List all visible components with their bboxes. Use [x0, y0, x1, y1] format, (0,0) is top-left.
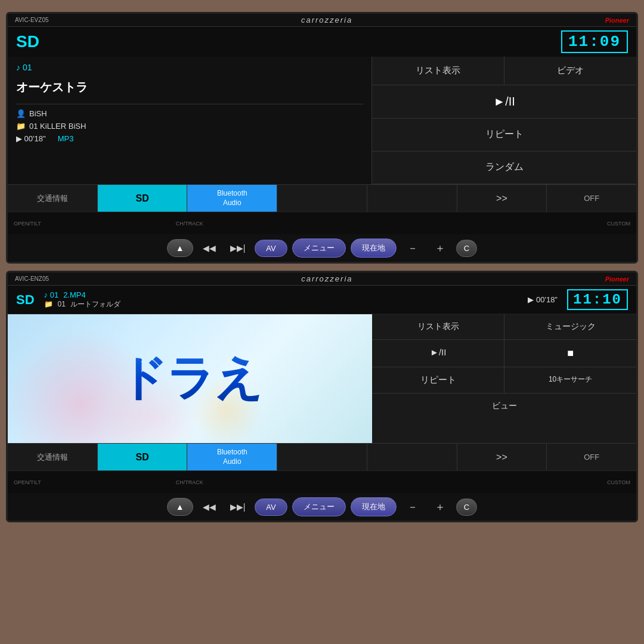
unit2-content: ドラえ リスト表示 ミュージック ►/II ■ リピート 10キーサーチ — [8, 314, 636, 443]
ctrl2-view-row: ビュー — [372, 394, 636, 419]
video-panel-2: ドラえ — [8, 314, 372, 443]
video-btn-1[interactable]: ビデオ — [504, 57, 636, 85]
bottom-buttons-2: ▲ ◀◀ ▶▶| AV メニュー 現在地 － ＋ C — [8, 493, 636, 521]
ctrl2-top-row: リスト表示 ミュージック — [372, 314, 636, 340]
nav-off-1[interactable]: OFF — [547, 185, 636, 212]
nav-sd-2[interactable]: SD — [98, 444, 188, 470]
song-name-1: オーケストラ — [16, 76, 363, 99]
sd-label-1: SD — [16, 32, 39, 51]
menu-btn-1[interactable]: メニュー — [292, 239, 346, 258]
nav-bluetooth-1[interactable]: BluetoothAudio — [187, 185, 277, 212]
time-format-row-1: ▶ 00'18" MP3 — [16, 134, 363, 143]
car-unit-2: AVIC-ENZ05 carrozzeria Pioneer SD ♪ 01 2… — [6, 271, 638, 522]
ch-track-label-2: CH/TRACK — [176, 479, 203, 485]
track-number-1: ♪ 01 — [16, 63, 363, 72]
list-view-btn-1[interactable]: リスト表示 — [372, 57, 504, 85]
nav-bar-1: 交通情報 SD BluetoothAudio >> OFF — [8, 184, 636, 212]
custom-label-2: CUSTOM — [607, 479, 630, 485]
menu-btn-2[interactable]: メニュー — [292, 497, 346, 516]
bottom-buttons-1: ▲ ◀◀ ▶▶| AV メニュー 現在地 － ＋ C — [8, 234, 636, 262]
top-bar-2: AVIC-ENZ05 carrozzeria Pioneer — [8, 273, 636, 286]
car-unit-1: AVIC-EVZ05 carrozzeria Pioneer SD 11:09 … — [6, 12, 638, 264]
eject-btn-2[interactable]: ▲ — [167, 498, 193, 516]
av-btn-2[interactable]: AV — [255, 499, 287, 516]
nav-traffic-1[interactable]: 交通情報 — [8, 185, 98, 212]
folder-icon-2: 📁 — [44, 300, 53, 308]
random-btn-1[interactable]: ランダム — [372, 151, 636, 184]
nav-forward-1[interactable]: >> — [457, 185, 547, 212]
model-id-1: AVIC-EVZ05 — [15, 17, 49, 23]
time-display-1: 11:09 — [561, 30, 628, 53]
key-search-btn-2[interactable]: 10キーサーチ — [504, 367, 636, 393]
sd-label-2: SD — [16, 292, 35, 308]
eject-btn-1[interactable]: ▲ — [167, 239, 193, 257]
next-btn-2[interactable]: ▶▶| — [225, 500, 250, 514]
location-btn-2[interactable]: 現在地 — [351, 497, 397, 516]
repeat-btn-1[interactable]: リピート — [372, 119, 636, 151]
u2-folder-name: ルートフォルダ — [70, 299, 120, 309]
physical-bar-1: OPEN/TILT CH/TRACK CUSTOM — [8, 212, 636, 234]
ctrl2-repeat-row: リピート 10キーサーチ — [372, 367, 636, 394]
model-id-2: AVIC-ENZ05 — [15, 275, 49, 282]
folder-icon: 📁 — [16, 122, 26, 131]
nav-forward-2[interactable]: >> — [457, 444, 547, 470]
physical-bar-2: OPEN/TILT CH/TRACK CUSTOM — [8, 470, 636, 493]
u2-track-number: ♪ 01 — [44, 290, 59, 299]
minus-btn-1[interactable]: － — [401, 239, 424, 258]
c-btn-1[interactable]: C — [456, 240, 477, 257]
stop-btn-2[interactable]: ■ — [504, 340, 636, 367]
custom-label-1: CUSTOM — [607, 221, 630, 227]
play-pause-btn-1[interactable]: ►/II — [372, 85, 636, 119]
nav-bluetooth-2[interactable]: BluetoothAudio — [187, 444, 277, 470]
u2-folder-number: 01 — [58, 300, 66, 308]
brand-1: carrozzeria — [301, 16, 352, 24]
main-wrapper: AVIC-EVZ05 carrozzeria Pioneer SD 11:09 … — [0, 0, 644, 644]
doraemon-text: ドラえ — [119, 346, 262, 411]
list-view-btn-2[interactable]: リスト表示 — [372, 314, 504, 339]
music-info-panel: ♪ 01 オーケストラ 👤 BiSH 📁 01 KiLLER BiSH ▶ 00… — [8, 57, 372, 184]
plus-btn-1[interactable]: ＋ — [429, 239, 451, 258]
nav-bar-2: 交通情報 SD BluetoothAudio >> OFF — [8, 443, 636, 470]
u2-time-played: ▶ 00'18" — [528, 295, 558, 304]
ctrl-top-row-1: リスト表示 ビデオ — [372, 57, 636, 85]
nav-empty-2b — [367, 444, 457, 470]
prev-btn-1[interactable]: ◀◀ — [198, 241, 221, 255]
screen-header-1: SD 11:09 — [8, 27, 636, 57]
unit2-header: SD ♪ 01 2.MP4 📁 01 ルートフォルダ ▶ 00'18" 11:1… — [8, 286, 636, 314]
nav-off-2[interactable]: OFF — [547, 444, 636, 470]
controls2-panel: リスト表示 ミュージック ►/II ■ リピート 10キーサーチ ビュー — [372, 314, 636, 443]
screen-content-1: ♪ 01 オーケストラ 👤 BiSH 📁 01 KiLLER BiSH ▶ 00… — [8, 57, 636, 184]
ctrl2-play-row: ►/II ■ — [372, 340, 636, 367]
c-btn-2[interactable]: C — [456, 499, 477, 516]
music-btn-2[interactable]: ミュージック — [504, 314, 636, 339]
album-info-1: 📁 01 KiLLER BiSH — [16, 122, 363, 131]
open-tilt-label-2: OPEN/TILT — [14, 479, 41, 485]
u2-track-name: 2.MP4 — [63, 290, 86, 299]
prev-btn-2[interactable]: ◀◀ — [198, 500, 221, 514]
av-btn-1[interactable]: AV — [255, 240, 287, 257]
pioneer-1: Pioneer — [605, 17, 629, 24]
time-played-1: ▶ 00'18" — [16, 134, 46, 143]
plus-btn-2[interactable]: ＋ — [429, 497, 451, 516]
u2-track-info: ♪ 01 2.MP4 📁 01 ルートフォルダ — [44, 290, 519, 309]
controls-panel-1: リスト表示 ビデオ ►/II リピート ランダム — [372, 57, 636, 184]
next-btn-1[interactable]: ▶▶| — [225, 241, 250, 255]
minus-btn-2[interactable]: － — [401, 497, 424, 516]
pioneer-2: Pioneer — [605, 275, 629, 283]
nav-empty-2a — [277, 444, 367, 470]
artist-info-1: 👤 BiSH — [16, 109, 363, 118]
nav-empty-1a — [277, 185, 367, 212]
view-btn-2[interactable]: ビュー — [372, 394, 636, 419]
divider-1 — [16, 104, 363, 104]
nav-sd-1[interactable]: SD — [98, 185, 188, 212]
u2-track-line: ♪ 01 2.MP4 — [44, 290, 519, 299]
brand-2: carrozzeria — [301, 274, 352, 283]
play-pause-btn-2[interactable]: ►/II — [372, 340, 504, 367]
location-btn-1[interactable]: 現在地 — [351, 239, 397, 258]
ch-track-label-1: CH/TRACK — [176, 221, 203, 227]
unit1-screen: SD 11:09 ♪ 01 オーケストラ 👤 BiSH 📁 01 KiLLER … — [8, 27, 636, 212]
repeat-btn-2[interactable]: リピート — [372, 367, 504, 393]
format-badge-1: MP3 — [58, 134, 74, 143]
time-display-2: 11:10 — [567, 289, 628, 310]
nav-traffic-2[interactable]: 交通情報 — [8, 444, 98, 470]
